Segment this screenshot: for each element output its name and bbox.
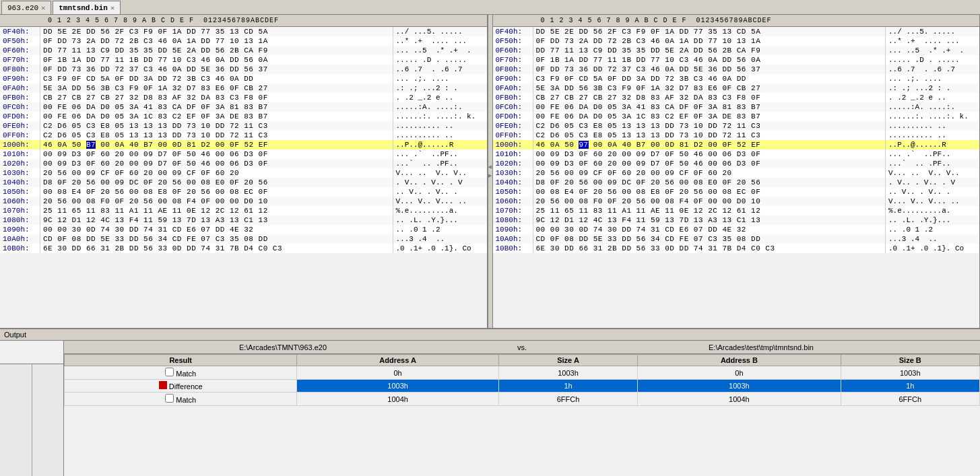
table-row[interactable]: 0FF0h:C2 D6 05 C3 E8 05 13 13 13 DD 73 1… <box>0 131 487 140</box>
table-row[interactable]: 0F60h:DD 77 11 13 C9 DD 35 35 DD 5E 2A D… <box>493 46 980 55</box>
table-row[interactable]: 1040h:D8 0F 20 56 00 09 DC 0F 20 56 00 0… <box>0 178 487 187</box>
hex-addr: 0F80h: <box>493 65 533 74</box>
table-row[interactable]: 1000h:46 0A 50 97 00 0A 40 B7 00 0D 81 D… <box>493 140 980 149</box>
output-table-area: E:\Arcades\TMNT\963.e20 vs. E:\Arcades\t… <box>64 341 980 476</box>
table-row[interactable]: 0F70h:0F 1B 1A DD 77 11 1B DD 77 10 C3 4… <box>0 55 487 65</box>
table-row[interactable]: Match1004h6FFCh1004h6FFCh <box>65 393 980 406</box>
ascii-col: .......... .. <box>393 121 487 131</box>
hex-addr: 1040h: <box>493 178 533 187</box>
table-row[interactable]: 1020h:00 09 D3 0F 60 20 00 09 D7 0F 50 4… <box>493 159 980 168</box>
tab-close-tmntsnd[interactable]: ✕ <box>110 4 115 12</box>
table-row[interactable]: 1060h:20 56 00 08 F0 0F 20 56 00 08 F4 0… <box>0 197 487 206</box>
sidebar-top <box>0 341 63 364</box>
table-row[interactable]: 0F40h:DD 5E 2E DD 56 2F C3 F9 0F 1A DD 7… <box>493 27 980 36</box>
ascii-col: .. .0 1 .2 <box>393 225 487 234</box>
table-row[interactable]: 1010h:00 09 D3 0F 60 20 00 09 D7 0F 50 4… <box>493 149 980 159</box>
match-checkbox[interactable] <box>165 368 174 376</box>
match-checkbox[interactable] <box>165 394 174 403</box>
right-hex-content[interactable]: 0F40h:DD 5E 2E DD 56 2F C3 F9 0F 1A DD 7… <box>493 27 980 328</box>
table-row[interactable]: 0F90h:C3 F9 0F CD 5A 0F DD 3A DD 72 3B C… <box>493 74 980 83</box>
table-row[interactable]: 1070h:25 11 65 11 83 11 A1 11 AE 11 0E 1… <box>493 206 980 215</box>
table-row[interactable]: 1050h:00 08 E4 0F 20 56 00 08 E8 0F 20 5… <box>0 187 487 197</box>
table-row[interactable]: 0FD0h:00 FE 06 DA D0 05 3A 1C 83 C2 EF 0… <box>493 112 980 121</box>
hex-addr: 0FB0h: <box>0 93 40 102</box>
table-row[interactable]: Difference1003h1h1003h1h <box>65 380 980 393</box>
table-row[interactable]: 0FF0h:C2 D6 05 C3 E8 05 13 13 13 DD 73 1… <box>493 131 980 140</box>
table-row[interactable]: 0FA0h:5E 3A DD 56 3B C3 F9 0F 1A 32 D7 8… <box>493 83 980 93</box>
table-row[interactable]: 0F90h:C3 F9 0F CD 5A 0F DD 3A DD 72 3B C… <box>0 74 487 83</box>
pane-splitter[interactable]: ◄ ► <box>488 15 493 328</box>
size-b-cell: 1h <box>841 380 979 393</box>
hex-addr: 10B0h: <box>0 244 40 253</box>
table-row[interactable]: 0FC0h:00 FE 06 DA D0 05 3A 41 83 CA DF 0… <box>493 102 980 112</box>
hex-addr: 1080h: <box>493 215 533 225</box>
hex-bytes: 20 56 00 08 F0 0F 20 56 00 08 F4 0F 00 0… <box>40 197 393 206</box>
table-row[interactable]: Match0h1003h0h1003h <box>65 366 980 380</box>
table-row[interactable]: 10A0h:CD 0F 08 DD 5E 33 DD 56 34 CD FE 0… <box>493 234 980 244</box>
table-row[interactable]: 10B0h:6E 30 DD 66 31 2B DD 56 33 0D DD 7… <box>0 244 487 253</box>
table-row[interactable]: 1060h:20 56 00 08 F0 0F 20 56 00 08 F4 0… <box>493 197 980 206</box>
table-row[interactable]: 0F50h:0F DD 73 2A DD 72 2B C3 46 0A 1A D… <box>493 36 980 46</box>
table-row[interactable]: 0F70h:0F 1B 1A DD 77 11 1B DD 77 10 C3 4… <box>493 55 980 65</box>
table-row[interactable]: 1050h:00 08 E4 0F 20 56 00 08 E8 0F 20 5… <box>493 187 980 197</box>
table-row[interactable]: 0FC0h:00 FE 06 DA D0 05 3A 41 83 CA DF 0… <box>0 102 487 112</box>
col-header-addr-a: Address A <box>297 355 498 366</box>
col-header-size-b: Size B <box>841 355 979 366</box>
ascii-col: .0 .1+ .0 .1}. Co <box>393 244 487 253</box>
table-row[interactable]: 1070h:25 11 65 11 83 11 A1 11 AE 11 0E 1… <box>0 206 487 215</box>
left-hex-col-labels: 0 1 2 3 4 5 6 7 8 9 A B C D E F 01234567… <box>40 17 487 24</box>
ascii-col: .....:A. ....:. <box>393 102 487 112</box>
hex-addr: 1000h: <box>493 140 533 149</box>
ascii-col: ..... .D . ..... <box>393 55 487 65</box>
table-row[interactable]: 10A0h:CD 0F 08 DD 5E 33 DD 56 34 CD FE 0… <box>0 234 487 244</box>
hex-addr: 0FD0h: <box>493 112 533 121</box>
table-row[interactable]: 1090h:00 00 30 0D 74 30 DD 74 31 CD E6 0… <box>0 225 487 234</box>
hex-bytes: 0F DD 73 36 DD 72 37 C3 46 0A DD 5E 36 D… <box>533 65 886 74</box>
table-row[interactable]: 0FA0h:5E 3A DD 56 3B C3 F9 0F 1A 32 D7 8… <box>0 83 487 93</box>
table-row[interactable]: 0FD0h:00 FE 06 DA D0 05 3A 1C 83 C2 EF 0… <box>0 112 487 121</box>
hex-addr: 0FA0h: <box>0 83 40 93</box>
hex-addr: 0F90h: <box>0 74 40 83</box>
sidebar-box-right <box>32 364 64 476</box>
hex-bytes: DD 77 11 13 C9 DD 35 35 DD 5E 2A DD 56 2… <box>40 46 393 55</box>
hex-addr: 0FF0h: <box>0 131 40 140</box>
table-row[interactable]: 1030h:20 56 00 09 CF 0F 60 20 00 09 CF 0… <box>0 168 487 178</box>
table-row[interactable]: 1090h:00 00 30 0D 74 30 DD 74 31 CD E6 0… <box>493 225 980 234</box>
ascii-col: %.e.........a. <box>393 206 487 215</box>
table-row[interactable]: 0F40h:DD 5E 2E DD 56 2F C3 F9 0F 1A DD 7… <box>0 27 487 36</box>
table-row[interactable]: 0FE0h:C2 D6 05 C3 E8 05 13 13 13 DD 73 1… <box>0 121 487 131</box>
ascii-col: ../ ...5. ..... <box>885 27 979 36</box>
table-row[interactable]: 1010h:00 09 D3 0F 60 20 00 09 D7 0F 50 4… <box>0 149 487 159</box>
output-content: E:\Arcades\TMNT\963.e20 vs. E:\Arcades\t… <box>0 341 980 476</box>
table-row[interactable]: 1040h:D8 0F 20 56 00 09 DC 0F 20 56 00 0… <box>493 178 980 187</box>
table-row[interactable]: 1080h:9C 12 D1 12 4C 13 F4 11 59 13 7D 1… <box>0 215 487 225</box>
table-row[interactable]: 1030h:20 56 00 09 CF 0F 60 20 00 09 CF 0… <box>493 168 980 178</box>
hex-addr: 10A0h: <box>493 234 533 244</box>
table-row[interactable]: 0FB0h:CB 27 CB 27 CB 27 32 D8 83 AF 32 D… <box>0 93 487 102</box>
hex-bytes: 00 08 E4 0F 20 56 00 08 E8 0F 20 56 00 0… <box>40 187 393 197</box>
table-row[interactable]: 0F80h:0F DD 73 36 DD 72 37 C3 46 0A DD 5… <box>0 65 487 74</box>
hex-bytes: DD 5E 2E DD 56 2F C3 F9 0F 1A DD 77 35 1… <box>533 27 886 36</box>
ascii-col: .......... .. <box>885 131 979 140</box>
table-row[interactable]: 1020h:00 09 D3 0F 60 20 00 09 D7 0F 50 4… <box>0 159 487 168</box>
table-row[interactable]: 0F50h:0F DD 73 2A DD 72 2B C3 46 0A 1A D… <box>0 36 487 46</box>
tab-tmntsnd[interactable]: tmntsnd.bin ✕ <box>53 1 121 14</box>
hex-bytes: C3 F9 0F CD 5A 0F DD 3A DD 72 3B C3 46 0… <box>40 74 393 83</box>
ascii-col: V... .. V.. V.. <box>885 168 979 178</box>
tab-963e20[interactable]: 963.e20 ✕ <box>1 1 51 14</box>
ascii-col: .. .0 1 .2 <box>885 225 979 234</box>
tab-close-963e20[interactable]: ✕ <box>41 4 45 12</box>
table-row[interactable]: 0FE0h:C2 D6 05 C3 E8 05 13 13 13 DD 73 1… <box>493 121 980 131</box>
main-window: 963.e20 ✕ tmntsnd.bin ✕ 0 1 2 3 4 5 6 7 … <box>0 0 980 476</box>
ascii-col: ... .;. .... <box>393 74 487 83</box>
table-row[interactable]: 0FB0h:CB 27 CB 27 CB 27 32 D8 83 AF 32 D… <box>493 93 980 102</box>
ascii-col: V... V.. V... .. <box>885 197 979 206</box>
table-row[interactable]: 0F60h:DD 77 11 13 C9 DD 35 35 DD 5E 2A D… <box>0 46 487 55</box>
hex-bytes: 46 0A 50 B7 00 0A 40 B7 00 0D 81 D2 00 0… <box>40 140 393 149</box>
table-row[interactable]: 10B0h:6E 30 DD 66 31 2B DD 56 33 0D DD 7… <box>493 244 980 253</box>
table-row[interactable]: 1080h:9C 12 D1 12 4C 13 F4 11 59 13 7D 1… <box>493 215 980 225</box>
table-row[interactable]: 0F80h:0F DD 73 36 DD 72 37 C3 46 0A DD 5… <box>493 65 980 74</box>
left-hex-content[interactable]: 0F40h:DD 5E 2E DD 56 2F C3 F9 0F 1A DD 7… <box>0 27 487 328</box>
table-row[interactable]: 1000h:46 0A 50 B7 00 0A 40 B7 00 0D 81 D… <box>0 140 487 149</box>
sidebar-boxes <box>0 364 63 476</box>
